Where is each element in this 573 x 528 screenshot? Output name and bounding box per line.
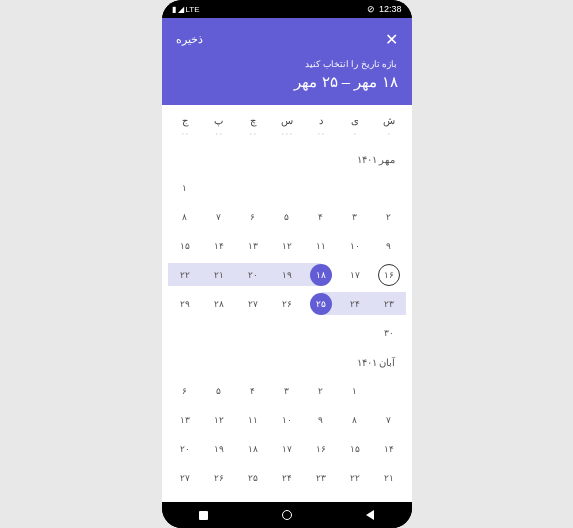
dot-cell: ۰۰۰ — [270, 130, 304, 138]
day-cell[interactable]: ۲۴ — [338, 289, 372, 318]
empty-cell — [304, 173, 338, 202]
day-cell[interactable]: ۲۶ — [270, 289, 304, 318]
empty-cell — [202, 173, 236, 202]
day-cell[interactable]: ۱۰ — [338, 231, 372, 260]
day-cell[interactable]: ۲۵ — [236, 463, 270, 492]
day-cell[interactable]: ۱۰ — [270, 405, 304, 434]
weekday-cell: پ — [202, 115, 236, 126]
empty-cell — [236, 173, 270, 202]
dot-cell: ۰۰ — [168, 130, 202, 138]
close-icon[interactable]: ✕ — [385, 30, 398, 49]
day-cell[interactable]: ۱ — [338, 376, 372, 405]
day-cell[interactable]: ۲۲ — [168, 260, 202, 289]
day-cell[interactable]: ۸ — [168, 202, 202, 231]
prompt-text: بازه تاریخ را انتخاب کنید — [176, 59, 398, 69]
day-cell[interactable]: ۳ — [338, 202, 372, 231]
day-cell[interactable]: ۱۸ — [304, 260, 338, 289]
day-cell[interactable]: ۱۳ — [168, 405, 202, 434]
nav-recent[interactable] — [199, 511, 208, 520]
day-cell[interactable]: ۱۹ — [202, 434, 236, 463]
day-cell[interactable]: ۱۴ — [372, 434, 406, 463]
day-cell[interactable]: ۱۷ — [270, 434, 304, 463]
day-cell[interactable]: ۱۲ — [270, 231, 304, 260]
empty-cell — [372, 173, 406, 202]
day-cell[interactable]: ۱۸ — [236, 434, 270, 463]
weekday-cell: س — [270, 115, 304, 126]
day-cell[interactable]: ۲۱ — [372, 463, 406, 492]
weekday-cell: ی — [338, 115, 372, 126]
day-cell[interactable]: ۲۴ — [270, 463, 304, 492]
day-cell[interactable]: ۵ — [202, 376, 236, 405]
day-cell[interactable]: ۲۵ — [304, 289, 338, 318]
day-cell[interactable]: ۸ — [338, 405, 372, 434]
month-label: مهر ۱۴۰۱ — [162, 144, 412, 173]
dot-cell: ۰۰ — [236, 130, 270, 138]
day-cell[interactable]: ۱۹ — [270, 260, 304, 289]
day-cell[interactable]: ۲ — [304, 376, 338, 405]
day-cell[interactable]: ۲۱ — [202, 260, 236, 289]
month-grid: ۱۲۳۴۵۶۷۸۹۱۰۱۱۱۲۱۳۱۴۱۵۱۶۱۷۱۸۱۹۲۰۲۱۲۲۲۳۲۴۲… — [162, 173, 412, 347]
nav-bar — [162, 502, 412, 528]
day-cell[interactable]: ۱۴ — [202, 231, 236, 260]
day-cell[interactable]: ۲۷ — [236, 289, 270, 318]
dot-cell: ۰ — [338, 130, 372, 138]
day-cell[interactable]: ۱۵ — [168, 231, 202, 260]
day-cell[interactable]: ۳۰ — [372, 318, 406, 347]
status-bar: 12:38 ⊘ LTE ◢ ▮ — [162, 0, 412, 18]
calendar-scroll[interactable]: مهر ۱۴۰۱۱۲۳۴۵۶۷۸۹۱۰۱۱۱۲۱۳۱۴۱۵۱۶۱۷۱۸۱۹۲۰۲… — [162, 144, 412, 502]
day-cell[interactable]: ۱۲ — [202, 405, 236, 434]
dot-cell: ۰ — [372, 130, 406, 138]
day-cell[interactable]: ۱۶ — [304, 434, 338, 463]
day-cell[interactable]: ۲ — [372, 202, 406, 231]
day-cell[interactable]: ۱۶ — [372, 260, 406, 289]
weekday-row: شیدسچپج — [162, 105, 412, 130]
day-cell[interactable]: ۷ — [202, 202, 236, 231]
day-cell[interactable]: ۲۸ — [202, 289, 236, 318]
nav-back[interactable] — [366, 510, 374, 520]
battery-icon: ▮ — [172, 5, 176, 14]
day-cell[interactable]: ۹ — [304, 405, 338, 434]
day-cell[interactable]: ۹ — [372, 231, 406, 260]
weekday-cell: ش — [372, 115, 406, 126]
day-cell[interactable]: ۱۳ — [236, 231, 270, 260]
day-cell[interactable]: ۱۱ — [304, 231, 338, 260]
status-time: 12:38 — [379, 4, 402, 14]
day-cell[interactable]: ۲۳ — [372, 289, 406, 318]
selected-range: ۱۸ مهر – ۲۵ مهر — [176, 73, 398, 91]
day-cell[interactable]: ۳ — [270, 376, 304, 405]
day-cell[interactable]: ۲۷ — [168, 463, 202, 492]
empty-cell — [372, 376, 406, 405]
dot-cell: ۰۰ — [304, 130, 338, 138]
day-cell[interactable]: ۲۳ — [304, 463, 338, 492]
day-cell[interactable]: ۲۶ — [202, 463, 236, 492]
day-cell[interactable]: ۲۰ — [236, 260, 270, 289]
phone-frame: 12:38 ⊘ LTE ◢ ▮ ✕ ذخیره بازه تاریخ را ان… — [162, 0, 412, 528]
day-cell[interactable]: ۴ — [236, 376, 270, 405]
nav-home[interactable] — [282, 510, 292, 520]
day-cell[interactable]: ۲۹ — [168, 289, 202, 318]
month-label: آبان ۱۴۰۱ — [162, 347, 412, 376]
empty-cell — [338, 173, 372, 202]
weekday-cell: چ — [236, 115, 270, 126]
signal-icon: ◢ — [178, 5, 184, 14]
day-cell[interactable]: ۲۲ — [338, 463, 372, 492]
day-cell[interactable]: ۱۵ — [338, 434, 372, 463]
day-cell[interactable]: ۶ — [236, 202, 270, 231]
day-cell[interactable]: ۵ — [270, 202, 304, 231]
save-button[interactable]: ذخیره — [176, 33, 203, 46]
lte-label: LTE — [186, 5, 200, 14]
day-cell[interactable]: ۱ — [168, 173, 202, 202]
day-cell[interactable]: ۴ — [304, 202, 338, 231]
month-grid: ۱۲۳۴۵۶۷۸۹۱۰۱۱۱۲۱۳۱۴۱۵۱۶۱۷۱۸۱۹۲۰۲۱۲۲۲۳۲۴۲… — [162, 376, 412, 492]
day-cell[interactable]: ۲۰ — [168, 434, 202, 463]
day-cell[interactable]: ۱۱ — [236, 405, 270, 434]
empty-cell — [270, 173, 304, 202]
day-cell[interactable]: ۶ — [168, 376, 202, 405]
day-cell[interactable]: ۷ — [372, 405, 406, 434]
weekday-cell: د — [304, 115, 338, 126]
day-cell[interactable]: ۱۷ — [338, 260, 372, 289]
weekday-cell: ج — [168, 115, 202, 126]
do-not-disturb-icon: ⊘ — [367, 4, 375, 14]
picker-header: ✕ ذخیره بازه تاریخ را انتخاب کنید ۱۸ مهر… — [162, 18, 412, 105]
weekday-dots: ۰۰۰۰۰۰۰۰۰۰۰۰۰ — [162, 130, 412, 144]
